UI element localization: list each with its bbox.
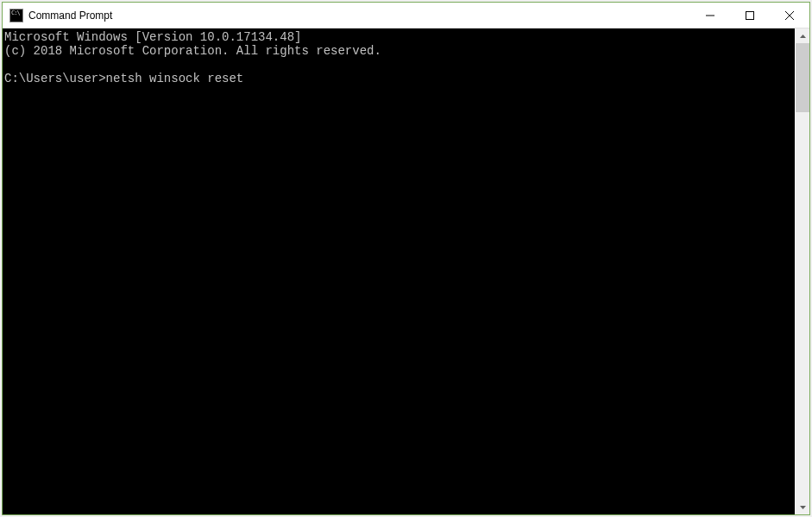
chevron-down-icon <box>800 506 806 509</box>
close-button[interactable] <box>770 3 809 28</box>
window-controls <box>690 3 809 28</box>
titlebar[interactable]: C:\ Command Prompt <box>3 3 809 28</box>
maximize-button[interactable] <box>730 3 770 28</box>
scroll-up-button[interactable] <box>796 28 809 43</box>
scrollbar-thumb[interactable] <box>796 43 809 112</box>
close-icon <box>785 11 794 20</box>
svg-marker-5 <box>800 506 806 509</box>
client-area: Microsoft Windows [Version 10.0.17134.48… <box>3 28 809 514</box>
scrollbar-track[interactable] <box>796 43 809 500</box>
chevron-up-icon <box>800 35 806 38</box>
minimize-icon <box>706 11 714 20</box>
cmd-icon: C:\ <box>9 9 23 22</box>
scroll-down-button[interactable] <box>796 500 809 514</box>
vertical-scrollbar[interactable] <box>795 28 809 514</box>
console-output[interactable]: Microsoft Windows [Version 10.0.17134.48… <box>3 28 795 514</box>
console-line <box>4 58 795 72</box>
svg-rect-1 <box>746 11 754 19</box>
window-title: Command Prompt <box>28 9 112 22</box>
maximize-icon <box>746 11 754 20</box>
svg-marker-4 <box>800 35 806 38</box>
console-line: Microsoft Windows [Version 10.0.17134.48… <box>4 30 795 44</box>
command-prompt-window: C:\ Command Prompt Microsoft Wi <box>2 2 810 515</box>
console-line: (c) 2018 Microsoft Corporation. All righ… <box>4 44 795 58</box>
minimize-button[interactable] <box>690 3 730 28</box>
console-line: C:\Users\user>netsh winsock reset <box>4 72 795 85</box>
